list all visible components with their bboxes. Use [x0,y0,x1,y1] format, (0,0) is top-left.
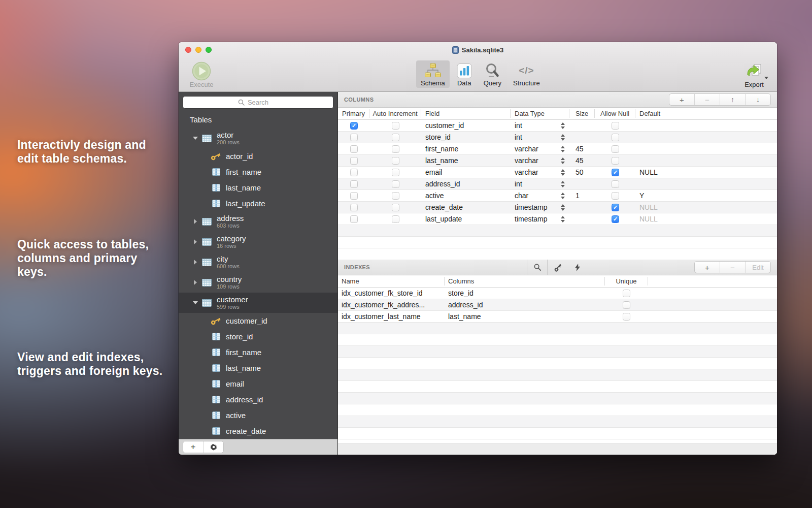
header-primary[interactable]: Primary [338,109,369,118]
column-row-address-id[interactable]: address_id int [338,178,777,190]
sidebar-column-last-name-2[interactable]: last_name [179,360,337,376]
auto-increment-checkbox[interactable] [392,180,399,188]
index-row-fk-store-id[interactable]: idx_customer_fk_store_id store_id [338,288,777,299]
header-index-unique[interactable]: Unique [605,277,648,285]
header-index-name[interactable]: Name [338,277,445,285]
column-row-create-date[interactable]: create_date timestamp NULL [338,202,777,213]
disclosure-triangle-icon[interactable] [192,260,198,265]
sidebar-column-customer-id[interactable]: customer_id [179,313,337,329]
trigger-tab[interactable] [567,260,587,275]
auto-increment-checkbox[interactable] [392,134,399,141]
sidebar-column-store-id[interactable]: store_id [179,329,337,344]
sidebar-column-create-date[interactable]: create_date [179,423,337,439]
allow-null-checkbox[interactable] [612,169,619,176]
index-row-last-name[interactable]: idx_customer_last_name last_name [338,311,777,323]
allow-null-checkbox[interactable] [612,192,619,200]
data-type-stepper[interactable] [561,204,565,211]
primary-checkbox[interactable] [350,157,358,165]
export-button[interactable]: Export [737,61,771,88]
header-auto-increment[interactable]: Auto Increment [369,109,421,118]
primary-checkbox[interactable] [350,122,358,130]
disclosure-triangle-icon[interactable] [192,239,198,244]
disclosure-triangle-icon[interactable] [192,219,198,224]
move-column-up-button[interactable]: ↑ [720,94,746,105]
data-type-stepper[interactable] [561,146,565,152]
remove-index-button[interactable]: − [720,262,746,273]
sidebar-column-first-name-2[interactable]: first_name [179,344,337,360]
header-size[interactable]: Size [569,109,595,118]
primary-checkbox[interactable] [350,145,358,153]
index-row-fk-address-id[interactable]: idx_customer_fk_addres... address_id [338,299,777,311]
auto-increment-checkbox[interactable] [392,122,399,130]
primary-checkbox[interactable] [350,169,358,176]
sidebar-column-actor-id[interactable]: actor_id [179,148,337,164]
allow-null-checkbox[interactable] [612,204,619,211]
index-search-tab[interactable] [527,260,548,275]
auto-increment-checkbox[interactable] [392,215,399,223]
allow-null-checkbox[interactable] [612,180,619,188]
close-button[interactable] [185,47,191,53]
sidebar-table-address[interactable]: address 603 rows [179,211,337,232]
sidebar-column-last-name[interactable]: last_name [179,180,337,196]
primary-checkbox[interactable] [350,215,358,223]
add-table-button[interactable]: + [183,441,204,453]
header-default[interactable]: Default [635,109,777,118]
allow-null-checkbox[interactable] [612,122,619,130]
execute-button[interactable]: Execute [186,61,217,88]
sidebar-column-email[interactable]: email [179,376,337,392]
column-row-email[interactable]: email varchar 50 NULL [338,167,777,178]
sidebar-table-country[interactable]: country 109 rows [179,272,337,293]
column-row-active[interactable]: active char 1 Y [338,190,777,202]
sidebar-table-category[interactable]: category 16 rows [179,232,337,252]
data-type-stepper[interactable] [561,169,565,176]
column-row-last-name[interactable]: last_name varchar 45 [338,155,777,167]
sidebar-column-first-name[interactable]: first_name [179,164,337,180]
column-row-last-update[interactable]: last_update timestamp NULL [338,213,777,225]
allow-null-checkbox[interactable] [612,134,619,141]
data-type-stepper[interactable] [561,157,565,164]
header-allow-null[interactable]: Allow Null [595,109,635,118]
tab-schema[interactable]: Schema [416,60,450,88]
disclosure-triangle-icon[interactable] [192,280,198,285]
auto-increment-checkbox[interactable] [392,192,399,200]
primary-checkbox[interactable] [350,204,358,211]
unique-checkbox[interactable] [623,301,630,309]
disclosure-triangle-icon[interactable] [192,137,198,140]
header-index-columns[interactable]: Columns [445,277,605,285]
column-row-customer-id[interactable]: customer_id int [338,120,777,132]
data-type-stepper[interactable] [561,122,565,129]
search-input[interactable] [183,96,333,109]
primary-checkbox[interactable] [350,134,358,141]
unique-checkbox[interactable] [623,290,630,297]
sidebar-column-last-update[interactable]: last_update [179,196,337,211]
header-data-type[interactable]: Data Type [511,109,569,118]
add-index-button[interactable]: + [695,262,720,273]
data-type-stepper[interactable] [561,216,565,223]
column-row-first-name[interactable]: first_name varchar 45 [338,143,777,155]
remove-column-button[interactable]: − [695,94,720,105]
allow-null-checkbox[interactable] [612,215,619,223]
data-type-stepper[interactable] [561,193,565,199]
edit-index-button[interactable]: Edit [746,262,770,273]
sidebar-table-city[interactable]: city 600 rows [179,252,337,272]
titlebar[interactable]: Sakila.sqlite3 [179,42,777,57]
gear-button[interactable] [204,441,223,453]
tab-query[interactable]: Query [479,60,506,88]
data-type-stepper[interactable] [561,134,565,141]
disclosure-triangle-icon[interactable] [192,301,198,304]
data-type-stepper[interactable] [561,181,565,187]
zoom-button[interactable] [206,47,212,53]
minimize-button[interactable] [195,47,201,53]
add-column-button[interactable]: + [669,94,695,105]
sidebar-table-actor[interactable]: actor 200 rows [179,128,337,148]
sidebar-column-address-id[interactable]: address_id [179,392,337,407]
move-column-down-button[interactable]: ↓ [746,94,770,105]
tab-data[interactable]: Data [452,60,477,88]
unique-checkbox[interactable] [623,313,630,321]
auto-increment-checkbox[interactable] [392,145,399,153]
foreign-key-tab[interactable] [548,260,567,275]
column-row-store-id[interactable]: store_id int [338,132,777,143]
auto-increment-checkbox[interactable] [392,169,399,176]
header-field[interactable]: Field [421,109,511,118]
allow-null-checkbox[interactable] [612,145,619,153]
